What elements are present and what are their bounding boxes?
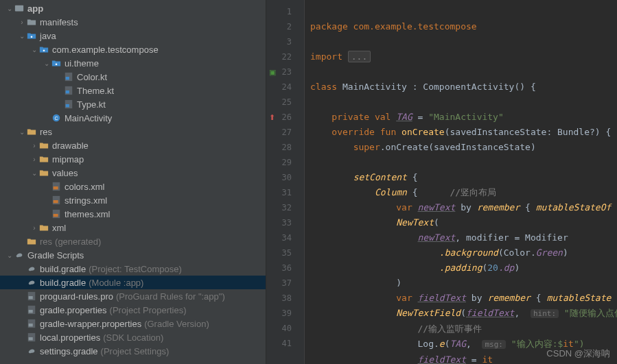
code-editor[interactable]: 12322▣232425⬆262728293031323334353637383… xyxy=(266,0,617,364)
gutter-row[interactable]: 36 xyxy=(266,260,304,276)
res-icon xyxy=(38,154,49,165)
tree-item-drawable[interactable]: ›drawable xyxy=(0,138,266,152)
chevron-right-icon[interactable]: › xyxy=(30,142,38,149)
chevron-down-icon[interactable]: ⌄ xyxy=(43,60,51,67)
tree-item-java[interactable]: ⌄java xyxy=(0,29,266,43)
tree-item-proguard-rules-pro[interactable]: proguard-rules.pro(ProGuard Rules for ":… xyxy=(0,289,266,303)
tree-hint: (Project Settings) xyxy=(101,346,170,356)
svg-rect-23 xyxy=(29,324,33,326)
tree-item-manifests[interactable]: ›manifests xyxy=(0,15,266,29)
tree-item-color-kt[interactable]: Color.kt xyxy=(0,70,266,84)
tree-item-ui-theme[interactable]: ⌄ui.theme xyxy=(0,56,266,70)
gutter-row[interactable]: 35 xyxy=(266,245,304,260)
props-icon xyxy=(26,291,37,302)
tree-item-local-properties[interactable]: local.properties(SDK Location) xyxy=(0,330,266,344)
code-area[interactable]: package com.example.testcompose import .… xyxy=(305,0,617,364)
kt-icon xyxy=(63,71,74,82)
props-icon xyxy=(26,304,37,315)
svg-point-3 xyxy=(56,63,58,65)
gutter-row[interactable]: 38 xyxy=(266,291,304,306)
chevron-down-icon[interactable]: ⌄ xyxy=(18,32,26,40)
chevron-right-icon[interactable]: › xyxy=(30,156,38,163)
tree-item-app[interactable]: ⌄app xyxy=(0,1,266,15)
tree-label: gradle.properties xyxy=(40,305,107,315)
gutter-row[interactable]: 24 xyxy=(266,80,304,95)
chevron-down-icon[interactable]: ⌄ xyxy=(5,252,14,259)
tree-item-type-kt[interactable]: Type.kt xyxy=(0,97,266,111)
chevron-down-icon[interactable]: ⌄ xyxy=(30,169,38,177)
gutter-row[interactable]: 27 xyxy=(266,125,304,140)
tree-item-build-gradle[interactable]: build.gradle(Project: TestCompose) xyxy=(0,262,266,276)
gutter-row[interactable]: 29 xyxy=(266,155,304,170)
tree-label: gradle-wrapper.properties xyxy=(40,319,141,329)
gutter-row[interactable]: ⬆26 xyxy=(266,110,304,125)
svg-rect-5 xyxy=(66,77,69,80)
chevron-right-icon[interactable]: › xyxy=(18,19,26,26)
tree-item-values[interactable]: ⌄values xyxy=(0,166,266,180)
line-number: 24 xyxy=(282,82,292,92)
gutter-row[interactable]: 41 xyxy=(266,336,304,351)
tree-item-res[interactable]: ⌄res xyxy=(0,125,266,138)
gutter-row[interactable]: 32 xyxy=(266,200,304,215)
project-tree[interactable]: ⌄app›manifests⌄java⌄com.example.testcomp… xyxy=(0,0,266,364)
tree-item-mainactivity[interactable]: CMainActivity xyxy=(0,111,266,125)
tree-label: build.gradle xyxy=(40,264,86,274)
mod-icon xyxy=(14,3,25,14)
chevron-right-icon[interactable]: › xyxy=(30,224,38,232)
tree-item-xml[interactable]: ›xml xyxy=(0,221,266,234)
gutter-row[interactable]: 28 xyxy=(266,140,304,155)
tree-item-com-example-testcompose[interactable]: ⌄com.example.testcompose xyxy=(0,43,266,56)
tree-hint: (Module :app) xyxy=(89,278,143,288)
chevron-down-icon[interactable]: ⌄ xyxy=(5,5,14,12)
tree-label: manifests xyxy=(40,17,78,27)
pkg-icon xyxy=(26,30,37,41)
override-icon[interactable]: ⬆ xyxy=(269,113,275,122)
gutter-row[interactable]: 40 xyxy=(266,321,304,336)
line-number: 31 xyxy=(282,188,292,197)
tree-item-themes-xml[interactable]: themes.xml xyxy=(0,207,266,221)
compose-icon[interactable]: ▣ xyxy=(269,68,276,77)
tree-item-gradle-wrapper-properties[interactable]: gradle-wrapper.properties(Gradle Version… xyxy=(0,317,266,330)
res-icon xyxy=(38,167,49,178)
tree-label: res xyxy=(40,236,52,247)
gutter-row[interactable]: 33 xyxy=(266,215,304,230)
gradle-icon xyxy=(26,277,37,288)
gutter-row[interactable]: 3 xyxy=(266,34,304,49)
line-number: 25 xyxy=(282,97,292,107)
gutter-row[interactable]: 1 xyxy=(266,4,304,19)
gutter-row[interactable]: 37 xyxy=(266,276,304,291)
tree-item-mipmap[interactable]: ›mipmap xyxy=(0,152,266,166)
code-token: class xyxy=(310,82,337,92)
tree-item-theme-kt[interactable]: Theme.kt xyxy=(0,84,266,97)
tree-item-gradle-scripts[interactable]: ⌄Gradle Scripts xyxy=(0,248,266,262)
svg-point-1 xyxy=(31,36,33,38)
fold-region[interactable]: ... xyxy=(348,51,371,62)
tree-item-gradle-properties[interactable]: gradle.properties(Project Properties) xyxy=(0,303,266,317)
res-icon xyxy=(26,126,37,137)
line-number: 34 xyxy=(282,233,292,243)
tree-label: mipmap xyxy=(52,154,84,165)
gutter-row[interactable]: ▣23 xyxy=(266,64,304,80)
gutter-row[interactable]: 2 xyxy=(266,19,304,34)
tree-label: Gradle Scripts xyxy=(27,250,84,260)
tree-item-res[interactable]: res(generated) xyxy=(0,234,266,248)
tree-item-colors-xml[interactable]: colors.xml xyxy=(0,180,266,193)
xml-icon xyxy=(51,195,62,206)
tree-item-strings-xml[interactable]: strings.xml xyxy=(0,193,266,207)
gutter-row[interactable]: 22 xyxy=(266,49,304,64)
svg-rect-9 xyxy=(66,104,69,107)
tree-item-build-gradle[interactable]: build.gradle(Module :app) xyxy=(0,276,266,289)
gutter-row[interactable]: 39 xyxy=(266,306,304,321)
gutter-row[interactable]: 25 xyxy=(266,95,304,110)
tree-label: app xyxy=(27,3,43,14)
props-icon xyxy=(26,318,37,329)
chevron-down-icon[interactable]: ⌄ xyxy=(30,46,38,53)
tree-label: com.example.testcompose xyxy=(52,45,159,55)
gutter-row[interactable]: 31 xyxy=(266,185,304,200)
code-token: package com.example.testcompose xyxy=(310,21,477,32)
chevron-down-icon[interactable]: ⌄ xyxy=(18,128,26,136)
gutter-row[interactable]: 34 xyxy=(266,230,304,245)
tree-item-settings-gradle[interactable]: settings.gradle(Project Settings) xyxy=(0,344,266,358)
gutter-row[interactable]: 30 xyxy=(266,170,304,185)
res-icon xyxy=(38,222,49,233)
